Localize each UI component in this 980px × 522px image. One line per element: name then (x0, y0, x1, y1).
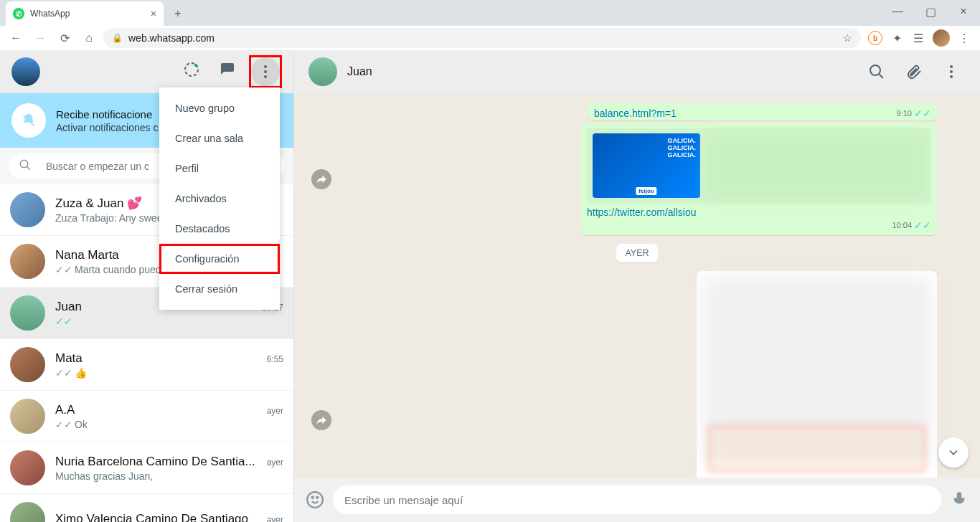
chat-name: Zuza & Juan 💕 (55, 196, 142, 211)
message-bubble[interactable]: GALICIA. GALICIA. GALICIA. feijóo https:… (581, 123, 937, 235)
chat-header-avatar[interactable] (308, 57, 337, 86)
tab-title: WhatsApp (30, 9, 70, 19)
chat-search-icon[interactable] (862, 57, 891, 86)
chat-list-item[interactable]: Nuria Barcelona Camino De Santia... ayer… (0, 442, 293, 494)
svg-point-3 (264, 70, 267, 73)
chat-preview: ✓✓ Ok (55, 419, 283, 430)
svg-point-7 (870, 65, 880, 75)
address-bar[interactable]: 🔒 web.whatsapp.com ☆ (103, 28, 861, 48)
svg-point-11 (950, 75, 953, 78)
svg-point-2 (264, 65, 267, 68)
home-button[interactable]: ⌂ (79, 28, 99, 48)
scroll-down-button[interactable] (938, 437, 969, 468)
date-separator: AYER (616, 244, 657, 262)
dropdown-item[interactable]: Nuevo grupo (159, 93, 280, 123)
attach-icon[interactable] (900, 57, 928, 86)
read-check-icon: ✓✓ (914, 219, 931, 231)
minimize-button[interactable]: — (881, 0, 914, 23)
my-avatar[interactable] (11, 57, 40, 86)
status-icon[interactable] (177, 55, 206, 84)
bookmark-star-icon[interactable]: ☆ (843, 32, 852, 44)
menu-dots-icon[interactable] (251, 57, 280, 86)
chat-time: ayer (267, 515, 283, 523)
new-tab-button[interactable]: + (168, 4, 188, 24)
chat-avatar (10, 450, 45, 485)
chat-name: Nana Marta (55, 248, 119, 262)
chat-name: Mata (55, 351, 83, 366)
check-icon: ✓✓ (55, 315, 72, 327)
forward-button[interactable]: → (30, 28, 50, 48)
composer (294, 478, 980, 522)
close-window-button[interactable]: × (947, 0, 980, 23)
reading-list-icon[interactable]: ☰ (911, 31, 925, 45)
chat-name: Nuria Barcelona Camino De Santia... (55, 455, 255, 469)
forward-icon[interactable] (311, 410, 331, 430)
chat-avatar (10, 502, 45, 522)
chat-time: ayer (267, 457, 283, 468)
mic-icon[interactable] (950, 490, 969, 509)
chat-name: A.A (55, 403, 75, 417)
chat-menu-icon[interactable] (937, 57, 966, 86)
close-tab-icon[interactable]: × (151, 8, 156, 19)
notification-title: Recibe notificacione (56, 108, 158, 120)
svg-point-5 (20, 160, 28, 168)
dropdown-item[interactable]: Destacados (159, 214, 280, 244)
back-button[interactable]: ← (6, 28, 26, 48)
chat-avatar (10, 192, 45, 227)
extensions-puzzle-icon[interactable]: ✦ (890, 31, 904, 45)
search-icon (19, 158, 32, 174)
chat-header-name[interactable]: Juan (347, 65, 372, 78)
dropdown-item[interactable]: Archivados (159, 184, 280, 214)
dropdown-item[interactable]: Configuración (159, 244, 280, 274)
browser-menu-icon[interactable]: ⋮ (957, 31, 971, 45)
browser-tab[interactable]: ✆ WhatsApp × (6, 1, 164, 26)
svg-point-14 (316, 497, 318, 498)
chat-list-item[interactable]: Mata 6:55 ✓✓ 👍 (0, 339, 293, 391)
browser-profile-avatar[interactable] (933, 29, 950, 47)
sidebar-header (0, 50, 293, 93)
message-bubble[interactable]: 6:38 ✓✓ (697, 271, 937, 478)
options-dropdown: Nuevo grupoCrear una salaPerfilArchivado… (159, 87, 280, 310)
chat-avatar (10, 295, 45, 331)
svg-line-6 (27, 166, 30, 170)
new-chat-icon[interactable] (213, 55, 242, 84)
read-check-icon: ✓✓ (914, 108, 931, 119)
message-link-truncated[interactable]: balance.html?m=1 (594, 108, 677, 119)
svg-point-9 (950, 65, 953, 68)
chat-preview: ✓✓ 👍 (55, 367, 283, 379)
svg-point-12 (307, 492, 323, 508)
whatsapp-favicon: ✆ (13, 8, 24, 19)
messages-area[interactable]: balance.html?m=1 9:10 ✓✓ GALICIA. GALICI… (294, 93, 980, 478)
svg-point-10 (950, 70, 953, 73)
maximize-button[interactable]: ▢ (914, 0, 947, 23)
chat-time: 6:55 (267, 354, 283, 364)
extension-icon[interactable]: b (868, 31, 882, 45)
svg-point-1 (194, 64, 197, 67)
chat-avatar (10, 244, 45, 279)
svg-point-13 (312, 497, 314, 498)
check-icon: ✓✓ (55, 264, 72, 275)
forward-icon[interactable] (311, 169, 331, 189)
message-link[interactable]: https://twitter.com/allsiou (587, 207, 931, 218)
dropdown-item[interactable]: Perfil (159, 153, 280, 184)
message-input[interactable] (333, 485, 941, 514)
chat-name: Ximo Valencia Camino De Santiago (55, 512, 248, 523)
chat-preview: ✓✓ (55, 315, 283, 327)
chat-list-item[interactable]: A.A ayer ✓✓ Ok (0, 391, 293, 442)
chat-avatar (10, 399, 45, 434)
chat-preview: Muchas gracias Juan, (55, 470, 283, 482)
link-preview-image: GALICIA. GALICIA. GALICIA. feijóo (593, 133, 700, 198)
bell-off-icon (11, 103, 46, 138)
notification-subtitle: Activar notificaciones c (56, 122, 158, 133)
reload-button[interactable]: ⟳ (55, 28, 75, 48)
emoji-icon[interactable] (306, 490, 324, 509)
check-icon: ✓✓ (55, 367, 72, 379)
dropdown-item[interactable]: Cerrar sesión (159, 274, 280, 304)
chat-name: Juan (55, 300, 82, 314)
check-icon: ✓✓ (55, 419, 72, 430)
url-text: web.whatsapp.com (128, 32, 215, 44)
dropdown-item[interactable]: Crear una sala (159, 123, 280, 153)
lock-icon: 🔒 (112, 33, 123, 43)
chat-header: Juan (294, 50, 980, 93)
chat-list-item[interactable]: Ximo Valencia Camino De Santiago ayer (0, 494, 293, 522)
